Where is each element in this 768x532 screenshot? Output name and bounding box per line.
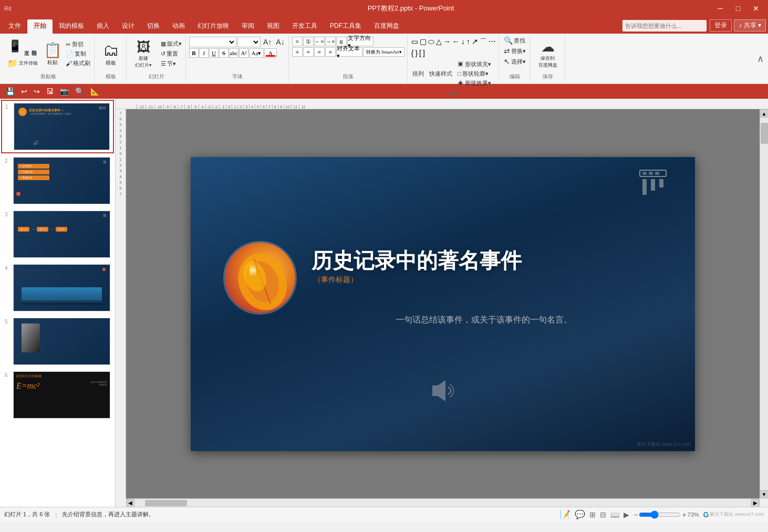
tab-transitions[interactable]: 切换 [141,19,166,34]
scroll-right-button[interactable]: ▶ [751,499,760,507]
shape-arrow-up[interactable]: ↑ [466,37,471,47]
zoom-button[interactable]: 🔍 [74,86,86,97]
slide-thumbnail-5[interactable] [13,318,110,365]
replace-button[interactable]: ⇄替换▾ [502,46,527,56]
font-size-btn[interactable]: Aa▾ [249,48,264,58]
zoom-out-button[interactable]: − [634,510,638,519]
tab-file[interactable]: 文件 [2,19,27,34]
layout-button[interactable]: ▦版式▾ [159,39,183,48]
send-to-wechat-button[interactable]: 📱 发送到微信 [5,37,41,55]
save-to-baidupan-button[interactable]: ☁ 保存到百度网盘 [533,37,563,71]
scroll-down-button[interactable]: ▼ [760,490,769,498]
tab-review[interactable]: 审阅 [235,19,261,34]
slide-thumbnail-6[interactable]: 此张幻灯片的标题 E=mc² 此处介绍该事件的详细内容 [13,371,110,419]
tab-design[interactable]: 设计 [116,19,141,34]
slide-thumbnail-3[interactable]: ⊞ 第一步 → 第二步 → 第三步 [13,211,110,258]
main-slide-view[interactable]: 历史记录中的著名事件 （事件标题） 一句话总结该事件，或关于该事件的一句名言。 [191,157,695,451]
justify-button[interactable]: ≡ [325,47,336,57]
zoom-slider[interactable] [639,510,681,519]
quick-styles-button[interactable]: 快速样式 [428,60,454,88]
horizontal-scrollbar[interactable]: ◀ ▶ [126,498,760,507]
underline-button[interactable]: U [209,48,219,58]
scroll-thumb-h[interactable] [145,500,187,506]
close-button[interactable]: ✕ [748,3,764,14]
shape-more[interactable]: ⋯ [488,37,496,47]
arrange-button[interactable]: 排列 [411,60,425,88]
scroll-track-v[interactable] [761,118,768,490]
tab-template[interactable]: 我的模板 [53,19,90,34]
shape-oval[interactable]: ⬭ [428,37,435,47]
tab-baidupan[interactable]: 百度网盘 [368,19,406,34]
tab-insert[interactable]: 插入 [90,19,116,34]
align-left-button[interactable]: ≡ [292,47,303,57]
slide-item-3[interactable]: 3 ⊞ 第一步 → 第二步 → 第三步 [1,208,114,260]
shape-fill-button[interactable]: ▣ 形状填充▾ [456,60,493,69]
new-slide-button[interactable]: 🖼 新建幻灯片▾ [130,37,157,71]
print-preview-button[interactable]: 🖫 [45,86,55,97]
tab-view[interactable]: 视图 [261,19,286,34]
scroll-thumb-v[interactable] [761,123,768,144]
slide-item-4[interactable]: 4 [1,262,114,314]
notes-button[interactable]: 📝 [560,509,570,519]
restore-button[interactable]: □ [730,3,746,14]
share-button[interactable]: ♪ 共享 ▾ [734,19,766,32]
shape-arrow-down[interactable]: ↓ [461,37,465,47]
font-size-select[interactable] [237,37,261,47]
font-color-button[interactable]: A [264,48,277,58]
scroll-up-button[interactable]: ▲ [760,109,769,118]
shadow-button[interactable]: abc [229,48,238,58]
slide-canvas[interactable]: 历史记录中的著名事件 （事件标题） 一句话总结该事件，或关于该事件的一句名言。 [126,109,760,498]
slide-thumbnail-1[interactable]: 历史记录中的著名事件 — 一句话总结该事件，或关于该事件的一句名言。 🔊 ⊞⊟ [14,103,110,150]
align-right-button[interactable]: ≡ [314,47,325,57]
align-center-button[interactable]: ≡ [303,47,314,57]
select-button[interactable]: ↖选择▾ [502,57,527,66]
align-text-button[interactable]: 对齐文本▾ [336,47,362,57]
vertical-scrollbar[interactable]: ▲ ▼ [760,109,768,498]
reading-view-button[interactable]: 📖 [610,510,619,519]
shape-arrow-se[interactable]: ↗ [471,37,479,47]
shape-outline-button[interactable]: □ 形状轮廓▾ [456,69,493,78]
collapse-ribbon-button[interactable]: ∧ [757,53,764,65]
normal-view-button[interactable]: ⊞ [589,510,596,519]
login-button[interactable]: 登录 [710,19,732,32]
tab-home[interactable]: 开始 [27,19,53,34]
slide-item-5[interactable]: 5 [1,315,114,368]
increase-font-btn[interactable]: A↑ [262,37,273,47]
reset-button[interactable]: ↺重置 [159,49,183,58]
shape-rounded-rect[interactable]: ▢ [419,37,427,47]
shape-arrow-left[interactable]: ← [452,37,460,47]
scroll-track-h[interactable] [134,499,751,507]
decrease-font-btn[interactable]: A↓ [274,37,286,47]
undo-button[interactable]: ↩ [19,86,29,97]
screenshot-button[interactable]: 📷 [58,86,70,97]
slide-thumbnail-2[interactable]: ⊞ • 公司简介 • 产品介绍 • 举例内容 [13,157,110,204]
minimize-button[interactable]: ─ [712,3,728,14]
tab-animations[interactable]: 动画 [166,19,191,34]
section-button[interactable]: ☰节▾ [159,59,183,68]
redo-button[interactable]: ↪ [32,86,41,97]
slide-item-2[interactable]: 2 ⊞ • 公司简介 • 产品介绍 • 举例内容 [1,154,114,207]
tab-pdf[interactable]: PDF工具集 [324,19,368,34]
slide-sorter-button[interactable]: ⊟ [600,510,606,519]
paste-button[interactable]: 📋 粘贴 [42,41,63,67]
find-button[interactable]: 🔍查找 [502,36,527,45]
comments-button[interactable]: 💬 [575,509,585,519]
shape-brace-right[interactable]: } [414,48,418,58]
indent-button[interactable]: →≡ [325,37,336,46]
tab-developer[interactable]: 开发工具 [286,19,324,34]
slide-item-6[interactable]: 6 此张幻灯片的标题 E=mc² 此处介绍该事件的详细内容 [1,369,114,421]
shape-effect-button[interactable]: ◈ 形状效果▾ [456,79,493,88]
slideshow-button[interactable]: ▶ [624,510,629,519]
strikethrough-button[interactable]: S [219,48,229,58]
cut-button[interactable]: ✂ 剪切 [64,40,92,49]
template-button[interactable]: 🗂 模板 [98,37,124,71]
zoom-in-button[interactable]: + [682,510,686,519]
shape-rect[interactable]: ▭ [411,37,419,47]
smartart-button[interactable]: 转换为 SmartArt▾ [363,47,405,57]
shape-triangle[interactable]: △ [435,37,442,47]
numbering-button[interactable]: ① [303,37,314,46]
bullets-button[interactable]: ≡ [292,37,303,46]
save-button[interactable]: 💾 [4,86,16,97]
outdent-button[interactable]: ←≡ [314,37,325,46]
copy-button[interactable]: 📄 复制 [64,49,92,58]
